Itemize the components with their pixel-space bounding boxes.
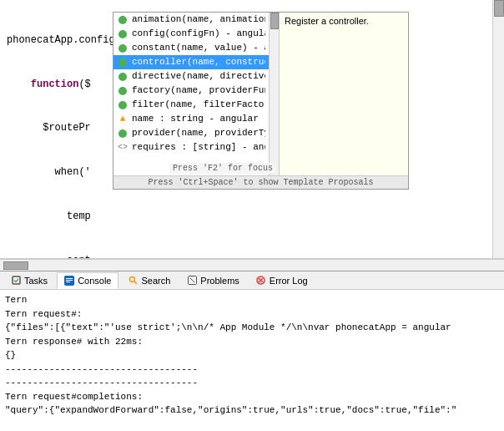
autocomplete-footer: Press 'Ctrl+Space' to show Template Prop…: [113, 175, 408, 189]
ac-item-3[interactable]: constant(name, value) - angular: [113, 41, 269, 55]
ac-code-icon-10: <>: [117, 142, 129, 154]
console-line-9: -----------------------------------: [5, 376, 499, 390]
ac-circle-icon-9: [117, 128, 129, 139]
ac-item-4[interactable]: controller(name, constructor) - angular: [113, 55, 269, 69]
tasks-tab-label: Tasks: [24, 276, 48, 286]
ac-circle-icon-2: [117, 28, 129, 40]
search-tab-icon: [128, 276, 138, 286]
svg-rect-2: [66, 278, 73, 279]
f2-hint: Press 'F2' for focus: [169, 163, 276, 174]
search-tab-label: Search: [141, 276, 170, 286]
svg-line-9: [192, 281, 194, 283]
ac-item-text-9: provider(name, providerType) - angular: [132, 126, 265, 140]
ac-circle-icon-1: [117, 14, 129, 26]
autocomplete-list[interactable]: animation(name, animationFactory) - angu…: [113, 13, 269, 159]
console-line-11: "query":{"expandWordForward":false,"orig…: [5, 403, 499, 418]
autocomplete-scrollbar[interactable]: [269, 13, 279, 175]
console-line-10: Tern request#completions:: [5, 390, 499, 404]
horizontal-scrollbar[interactable]: [0, 259, 504, 271]
ac-triangle-icon-8: ▲: [117, 114, 129, 125]
tab-console[interactable]: Console: [57, 272, 118, 289]
tabs-bar: TasksConsoleSearchProblemsError Log: [0, 271, 504, 290]
ac-item-text-7: filter(name, filterFactory) - angular: [132, 98, 265, 112]
tab-errorlog[interactable]: Error Log: [249, 272, 315, 289]
ac-circle-icon-6: [117, 85, 129, 97]
ac-circle-icon-4: [117, 57, 129, 68]
tab-tasks[interactable]: Tasks: [3, 272, 55, 289]
ac-item-text-8: name : string - angular: [132, 112, 265, 126]
svg-line-8: [190, 278, 193, 281]
ac-circle-icon-7: [117, 99, 129, 111]
console-tab-label: Console: [78, 276, 111, 286]
errorlog-tab-label: Error Log: [270, 276, 308, 286]
problems-tab-icon: [187, 276, 197, 286]
autocomplete-popup[interactable]: animation(name, animationFactory) - angu…: [113, 12, 409, 190]
tab-search[interactable]: Search: [120, 272, 178, 289]
h-scroll-thumb[interactable]: [3, 261, 28, 270]
ac-item-6[interactable]: factory(name, providerFunction) - angula…: [113, 84, 269, 98]
ac-item-8[interactable]: ▲name : string - angular: [113, 112, 269, 126]
svg-rect-3: [66, 280, 73, 281]
ac-item-text-6: factory(name, providerFunction) - angula…: [132, 84, 265, 98]
console-line-1: Tern: [5, 293, 499, 307]
ac-item-10[interactable]: <>requires : [string] - angular: [113, 140, 269, 155]
ac-item-text-3: constant(name, value) - angular: [132, 41, 265, 55]
svg-line-6: [134, 281, 137, 284]
ac-item-text-2: config(configFn) - angular: [132, 27, 265, 41]
ac-item-5[interactable]: directive(name, directiveFactory) - angu…: [113, 69, 269, 84]
ac-circle-icon-3: [117, 43, 129, 54]
ac-item-text-10: requires : [string] - angular: [132, 140, 265, 155]
console-tab-icon: [64, 276, 74, 286]
autocomplete-hint: Register a controller.: [279, 13, 408, 175]
console-content: TernTern request#:{"files":[{"text":"'us…: [0, 290, 504, 431]
svg-rect-4: [66, 281, 70, 282]
console-line-6: Tern response# with 22ms:: [5, 335, 499, 349]
errorlog-tab-icon: [256, 276, 266, 286]
ac-item-7[interactable]: filter(name, filterFactory) - angular: [113, 98, 269, 112]
code-line-5: temp: [7, 209, 504, 224]
bottom-panel: TasksConsoleSearchProblemsError Log Tern…: [0, 271, 504, 431]
console-line-3: Tern request#:: [5, 307, 499, 322]
console-line-7: {}: [5, 348, 499, 363]
editor-area[interactable]: phonecatApp.config(['$routeProvider', fu…: [0, 0, 504, 259]
ac-circle-icon-5: [117, 71, 129, 83]
ac-item-1[interactable]: animation(name, animationFactory) - angu…: [113, 13, 269, 27]
editor-scrollbar[interactable]: [492, 0, 504, 259]
hint-text: Register a controller.: [285, 16, 369, 26]
tasks-tab-icon: [11, 276, 21, 286]
ac-item-2[interactable]: config(configFn) - angular: [113, 27, 269, 41]
ac-item-text-1: animation(name, animationFactory) - angu…: [132, 13, 265, 27]
svg-rect-0: [13, 276, 20, 284]
tab-problems[interactable]: Problems: [179, 272, 246, 289]
console-line-8: -----------------------------------: [5, 363, 499, 377]
svg-point-5: [129, 277, 134, 282]
console-line-4: {"files":[{"text":"'use strict';\n\n/* A…: [5, 321, 499, 335]
ac-item-text-4: controller(name, constructor) - angular: [132, 55, 265, 69]
ac-item-9[interactable]: provider(name, providerType) - angular: [113, 126, 269, 140]
problems-tab-label: Problems: [200, 276, 239, 286]
ac-item-text-5: directive(name, directiveFactory) - angu…: [132, 69, 265, 84]
code-line-6: cont: [7, 253, 504, 258]
